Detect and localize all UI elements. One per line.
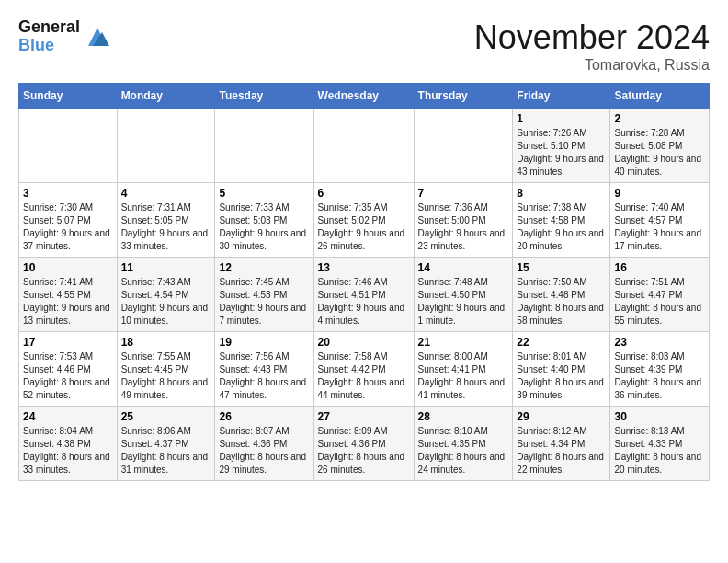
calendar-cell: 4Sunrise: 7:31 AMSunset: 5:05 PMDaylight… [117, 183, 215, 258]
week-row-4: 17Sunrise: 7:53 AMSunset: 4:46 PMDayligh… [19, 332, 710, 407]
day-info: Sunrise: 7:30 AMSunset: 5:07 PMDaylight:… [23, 201, 113, 253]
day-info: Sunrise: 7:48 AMSunset: 4:50 PMDaylight:… [418, 276, 509, 327]
location-title: Tomarovka, Russia [474, 57, 710, 74]
calendar-cell [19, 109, 118, 183]
day-info: Sunrise: 7:46 AMSunset: 4:51 PMDaylight:… [318, 276, 410, 327]
day-number: 15 [517, 261, 606, 274]
header-row: SundayMondayTuesdayWednesdayThursdayFrid… [19, 84, 710, 109]
calendar-cell: 14Sunrise: 7:48 AMSunset: 4:50 PMDayligh… [414, 258, 513, 332]
day-number: 22 [517, 336, 606, 349]
day-info: Sunrise: 8:01 AMSunset: 4:40 PMDaylight:… [517, 350, 606, 402]
calendar-cell: 5Sunrise: 7:33 AMSunset: 5:03 PMDaylight… [215, 183, 313, 258]
day-number: 20 [318, 336, 410, 349]
week-row-1: 1Sunrise: 7:26 AMSunset: 5:10 PMDaylight… [19, 109, 710, 183]
week-row-3: 10Sunrise: 7:41 AMSunset: 4:55 PMDayligh… [19, 258, 710, 332]
calendar-cell: 3Sunrise: 7:30 AMSunset: 5:07 PMDaylight… [19, 183, 118, 258]
day-number: 25 [121, 410, 211, 423]
day-info: Sunrise: 8:06 AMSunset: 4:37 PMDaylight:… [121, 425, 211, 477]
day-info: Sunrise: 7:28 AMSunset: 5:08 PMDaylight:… [614, 127, 705, 178]
day-header-thursday: Thursday [414, 84, 513, 109]
calendar-cell [414, 109, 513, 183]
week-row-2: 3Sunrise: 7:30 AMSunset: 5:07 PMDaylight… [19, 183, 710, 258]
calendar-cell: 22Sunrise: 8:01 AMSunset: 4:40 PMDayligh… [513, 332, 610, 407]
day-number: 26 [219, 410, 309, 423]
day-info: Sunrise: 8:04 AMSunset: 4:38 PMDaylight:… [23, 425, 113, 477]
day-info: Sunrise: 7:38 AMSunset: 4:58 PMDaylight:… [517, 201, 606, 253]
page-header: GeneralBlue November 2024 Tomarovka, Rus… [18, 18, 710, 74]
calendar-cell: 6Sunrise: 7:35 AMSunset: 5:02 PMDaylight… [313, 183, 414, 258]
day-number: 23 [614, 336, 705, 349]
day-info: Sunrise: 8:13 AMSunset: 4:33 PMDaylight:… [614, 425, 705, 477]
day-info: Sunrise: 7:31 AMSunset: 5:05 PMDaylight:… [121, 201, 211, 253]
day-header-friday: Friday [513, 84, 610, 109]
day-info: Sunrise: 8:00 AMSunset: 4:41 PMDaylight:… [418, 350, 509, 402]
logo-icon [84, 23, 111, 51]
calendar-cell: 17Sunrise: 7:53 AMSunset: 4:46 PMDayligh… [19, 332, 118, 407]
calendar-cell: 16Sunrise: 7:51 AMSunset: 4:47 PMDayligh… [610, 258, 710, 332]
day-info: Sunrise: 7:58 AMSunset: 4:42 PMDaylight:… [318, 350, 410, 402]
day-header-sunday: Sunday [19, 84, 118, 109]
calendar-cell: 10Sunrise: 7:41 AMSunset: 4:55 PMDayligh… [19, 258, 118, 332]
day-number: 6 [318, 187, 410, 200]
calendar-cell: 30Sunrise: 8:13 AMSunset: 4:33 PMDayligh… [610, 407, 710, 481]
day-info: Sunrise: 7:53 AMSunset: 4:46 PMDaylight:… [23, 350, 113, 402]
logo-text: GeneralBlue [18, 18, 80, 55]
day-number: 24 [23, 410, 113, 423]
day-number: 4 [121, 187, 211, 200]
calendar-cell: 26Sunrise: 8:07 AMSunset: 4:36 PMDayligh… [215, 407, 313, 481]
day-info: Sunrise: 8:07 AMSunset: 4:36 PMDaylight:… [219, 425, 309, 477]
day-number: 30 [614, 410, 705, 423]
calendar-cell: 13Sunrise: 7:46 AMSunset: 4:51 PMDayligh… [313, 258, 414, 332]
day-number: 2 [614, 112, 705, 125]
day-info: Sunrise: 7:36 AMSunset: 5:00 PMDaylight:… [418, 201, 509, 253]
month-title: November 2024 [474, 18, 710, 57]
day-number: 28 [418, 410, 509, 423]
calendar-cell [117, 109, 215, 183]
day-info: Sunrise: 8:10 AMSunset: 4:35 PMDaylight:… [418, 425, 509, 477]
day-header-saturday: Saturday [610, 84, 710, 109]
calendar-cell: 9Sunrise: 7:40 AMSunset: 4:57 PMDaylight… [610, 183, 710, 258]
week-row-5: 24Sunrise: 8:04 AMSunset: 4:38 PMDayligh… [19, 407, 710, 481]
day-number: 5 [219, 187, 309, 200]
day-number: 9 [614, 187, 705, 200]
calendar-cell: 12Sunrise: 7:45 AMSunset: 4:53 PMDayligh… [215, 258, 313, 332]
calendar-cell: 23Sunrise: 8:03 AMSunset: 4:39 PMDayligh… [610, 332, 710, 407]
day-info: Sunrise: 7:40 AMSunset: 4:57 PMDaylight:… [614, 201, 705, 253]
calendar-cell: 11Sunrise: 7:43 AMSunset: 4:54 PMDayligh… [117, 258, 215, 332]
day-number: 13 [318, 261, 410, 274]
day-info: Sunrise: 7:55 AMSunset: 4:45 PMDaylight:… [121, 350, 211, 402]
calendar-cell: 28Sunrise: 8:10 AMSunset: 4:35 PMDayligh… [414, 407, 513, 481]
calendar-cell: 15Sunrise: 7:50 AMSunset: 4:48 PMDayligh… [513, 258, 610, 332]
day-number: 19 [219, 336, 309, 349]
day-info: Sunrise: 8:12 AMSunset: 4:34 PMDaylight:… [517, 425, 606, 477]
day-number: 29 [517, 410, 606, 423]
title-section: November 2024 Tomarovka, Russia [474, 18, 710, 74]
day-info: Sunrise: 7:56 AMSunset: 4:43 PMDaylight:… [219, 350, 309, 402]
calendar-cell: 21Sunrise: 8:00 AMSunset: 4:41 PMDayligh… [414, 332, 513, 407]
day-number: 17 [23, 336, 113, 349]
calendar-cell: 1Sunrise: 7:26 AMSunset: 5:10 PMDaylight… [513, 109, 610, 183]
day-number: 8 [517, 187, 606, 200]
day-number: 7 [418, 187, 509, 200]
calendar-cell: 8Sunrise: 7:38 AMSunset: 4:58 PMDaylight… [513, 183, 610, 258]
day-number: 11 [121, 261, 211, 274]
logo: GeneralBlue [18, 18, 111, 55]
day-info: Sunrise: 7:35 AMSunset: 5:02 PMDaylight:… [318, 201, 410, 253]
day-info: Sunrise: 7:51 AMSunset: 4:47 PMDaylight:… [614, 276, 705, 327]
day-info: Sunrise: 8:09 AMSunset: 4:36 PMDaylight:… [318, 425, 410, 477]
day-number: 18 [121, 336, 211, 349]
day-info: Sunrise: 7:33 AMSunset: 5:03 PMDaylight:… [219, 201, 309, 253]
day-number: 14 [418, 261, 509, 274]
day-number: 21 [418, 336, 509, 349]
day-header-tuesday: Tuesday [215, 84, 313, 109]
day-number: 12 [219, 261, 309, 274]
calendar-cell: 2Sunrise: 7:28 AMSunset: 5:08 PMDaylight… [610, 109, 710, 183]
day-info: Sunrise: 7:41 AMSunset: 4:55 PMDaylight:… [23, 276, 113, 327]
day-header-monday: Monday [117, 84, 215, 109]
day-info: Sunrise: 7:50 AMSunset: 4:48 PMDaylight:… [517, 276, 606, 327]
day-header-wednesday: Wednesday [313, 84, 414, 109]
day-info: Sunrise: 7:43 AMSunset: 4:54 PMDaylight:… [121, 276, 211, 327]
day-number: 10 [23, 261, 113, 274]
calendar-cell: 29Sunrise: 8:12 AMSunset: 4:34 PMDayligh… [513, 407, 610, 481]
day-number: 1 [517, 112, 606, 125]
